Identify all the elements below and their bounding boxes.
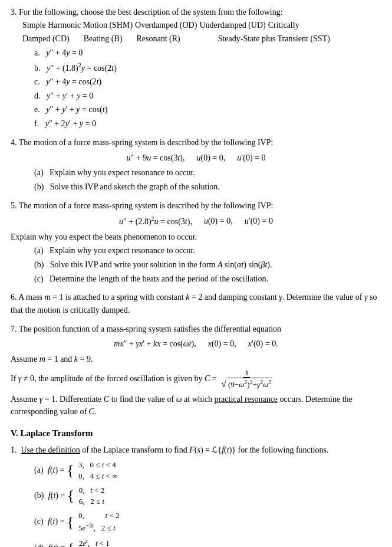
section-v-problem1: 1. Use the definition of the Laplace tra… bbox=[11, 444, 381, 457]
p3f: f. y″ + 2y′ + y = 0 bbox=[11, 117, 381, 130]
problem-7: 7. The position function of a mass-sprin… bbox=[11, 323, 381, 418]
p7-amplitude: If γ ≠ 0, the amplitude of the forced os… bbox=[11, 368, 381, 391]
p4b: (b) Solve this IVP and sketch the graph … bbox=[11, 181, 381, 194]
p5b: (b) Solve this IVP and write your soluti… bbox=[11, 258, 381, 271]
p6-text: 6. A mass m = 1 is attached to a spring … bbox=[11, 291, 381, 316]
lp1b: (b) f(t) = { 0, t < 2 6, 2 ≤ t bbox=[11, 484, 381, 507]
p3-number: 3. bbox=[11, 8, 17, 17]
p3e: e. y″ + y′ + y = cos(t) bbox=[11, 103, 381, 116]
p3-options: Simple Harmonic Motion (SHM) Overdamped … bbox=[11, 19, 381, 32]
p5-beats: Explain why you expect the beats phenome… bbox=[11, 231, 381, 244]
p5c: (c) Determine the length of the beats an… bbox=[11, 273, 381, 286]
p4a: (a) Explain why you expect resonance to … bbox=[11, 166, 381, 179]
problem-5: 5. The motion of a force mass-spring sys… bbox=[11, 199, 381, 286]
problem-4: 4. The motion of a force mass-spring sys… bbox=[11, 136, 381, 194]
p7-intro: 7. The position function of a mass-sprin… bbox=[11, 323, 381, 336]
p7-assume1: Assume m = 1 and k = 9. bbox=[11, 353, 381, 366]
problem-6: 6. A mass m = 1 is attached to a spring … bbox=[11, 291, 381, 316]
problem-3: 3. For the following, choose the best de… bbox=[11, 6, 381, 130]
p5-equation: u″ + (2.8)2u = cos(3t), u(0) = 0, u′(0) … bbox=[11, 214, 381, 228]
p3-options2: Damped (CD) Beating (B) Resonant (R) Ste… bbox=[11, 32, 381, 45]
p3d: d. y″ + y′ + y = 0 bbox=[11, 90, 381, 103]
p7-assume2: Assume γ = 1. Differentiate C to find th… bbox=[11, 393, 381, 418]
p4-equation: u″ + 9u = cos(3t), u(0) = 0, u′(0) = 0 bbox=[11, 152, 381, 165]
lp1a: (a) f(t) = { 3, 0 ≤ t < 4 0, 4 ≤ t < ∞ bbox=[11, 459, 381, 482]
lp1d: (d) f(t) = { 2et, t < 1 2e, 1 ≤ t bbox=[11, 536, 381, 547]
p5a: (a) Explain why you expect resonance to … bbox=[11, 244, 381, 257]
lp1c: (c) f(t) = { 0, t < 2 5e−3t, 2 ≤ t bbox=[11, 510, 381, 534]
section-v: V. Laplace Transform 1. Use the definiti… bbox=[11, 427, 381, 547]
section-v-title: V. Laplace Transform bbox=[11, 427, 381, 440]
p7-equation: mx″ + γx′ + kx = cos(ωt), x(0) = 0, x′(0… bbox=[11, 338, 381, 351]
p3b: b. y″ + (1.8)2y = cos(2t) bbox=[11, 61, 381, 74]
p3a: a. y″ + 4y = 0 bbox=[11, 47, 381, 60]
p3c: c. y″ + 4y = cos(2t) bbox=[11, 76, 381, 89]
